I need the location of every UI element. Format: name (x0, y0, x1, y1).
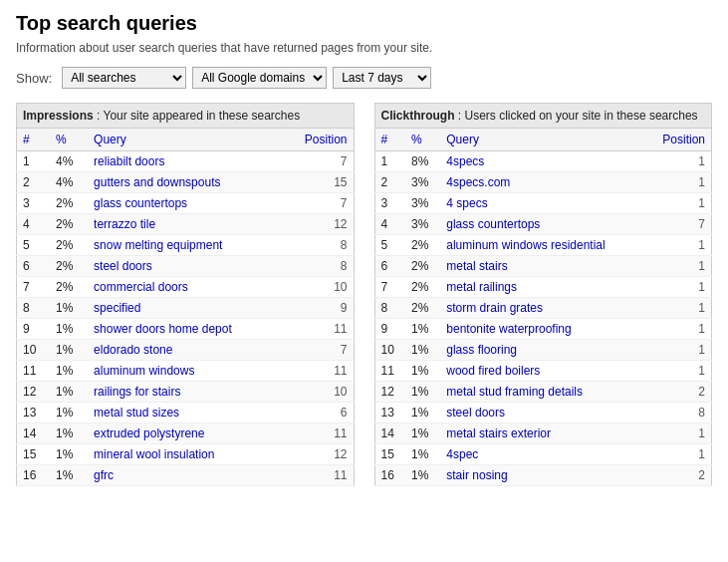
row-query[interactable]: steel doors (440, 403, 645, 423)
row-query[interactable]: metal stairs (440, 256, 645, 277)
row-query[interactable]: gfrc (88, 465, 282, 486)
row-query[interactable]: glass countertops (88, 193, 282, 214)
ct-col-query[interactable]: Query (440, 129, 645, 151)
row-query[interactable]: gutters and downspouts (88, 172, 282, 193)
row-position: 8 (282, 256, 354, 277)
query-link[interactable]: 4specs.com (446, 175, 510, 189)
query-link[interactable]: stair nosing (446, 468, 507, 482)
row-num: 1 (17, 151, 51, 172)
row-query[interactable]: 4 specs (440, 193, 645, 214)
table-row: 8 1% specified 9 (17, 298, 355, 319)
query-link[interactable]: glass countertops (94, 196, 187, 210)
query-link[interactable]: wood fired boilers (446, 364, 540, 378)
query-link[interactable]: specified (94, 301, 140, 315)
row-query[interactable]: glass countertops (440, 214, 645, 235)
row-query[interactable]: metal stud sizes (88, 403, 282, 423)
row-position: 7 (645, 214, 711, 235)
query-link[interactable]: gfrc (94, 468, 114, 482)
table-row: 9 1% shower doors home depot 11 (17, 319, 355, 340)
query-link[interactable]: shower doors home depot (94, 322, 232, 336)
row-pct: 1% (50, 382, 88, 403)
query-link[interactable]: metal stairs exterior (446, 426, 551, 440)
ct-col-pct[interactable]: % (405, 129, 440, 151)
row-query[interactable]: 4specs (440, 151, 645, 172)
table-row: 13 1% steel doors 8 (374, 403, 712, 423)
query-link[interactable]: glass countertops (446, 217, 540, 231)
row-query[interactable]: stair nosing (440, 465, 645, 486)
row-query[interactable]: 4specs.com (440, 172, 645, 193)
query-link[interactable]: commercial doors (94, 280, 188, 294)
impressions-header: Impressions : Your site appeared in thes… (16, 103, 355, 128)
table-row: 16 1% stair nosing 2 (374, 465, 712, 486)
query-link[interactable]: metal stud sizes (94, 406, 179, 420)
row-query[interactable]: terrazzo tile (88, 214, 282, 235)
query-link[interactable]: 4specs (446, 154, 484, 168)
row-num: 16 (17, 465, 51, 486)
query-link[interactable]: aluminum windows residential (446, 238, 605, 252)
imp-col-pct[interactable]: % (50, 129, 88, 151)
row-pct: 1% (50, 465, 88, 486)
row-query[interactable]: 4spec (440, 444, 645, 465)
searches-select[interactable]: All searches Organic searches Image sear… (62, 67, 186, 89)
row-query[interactable]: wood fired boilers (440, 361, 645, 382)
query-link[interactable]: bentonite waterproofing (446, 322, 571, 336)
row-query[interactable]: reliabilt doors (88, 151, 282, 172)
row-query[interactable]: glass flooring (440, 340, 645, 361)
query-link[interactable]: reliabilt doors (94, 154, 164, 168)
table-row: 4 3% glass countertops 7 (374, 214, 712, 235)
row-num: 16 (374, 465, 405, 486)
row-query[interactable]: metal railings (440, 277, 645, 298)
query-link[interactable]: extruded polystyrene (94, 426, 204, 440)
row-pct: 1% (405, 423, 440, 444)
date-select[interactable]: Last 7 days Last 30 days Last 90 days (333, 67, 431, 89)
row-query[interactable]: shower doors home depot (88, 319, 282, 340)
query-link[interactable]: 4spec (446, 447, 478, 461)
query-link[interactable]: metal stairs (446, 259, 507, 273)
query-link[interactable]: aluminum windows (94, 364, 194, 378)
query-link[interactable]: metal stud framing details (446, 385, 583, 399)
query-link[interactable]: storm drain grates (446, 301, 543, 315)
row-num: 6 (17, 256, 51, 277)
row-query[interactable]: specified (88, 298, 282, 319)
row-position: 11 (282, 465, 354, 486)
row-query[interactable]: mineral wool insulation (88, 444, 282, 465)
query-link[interactable]: gutters and downspouts (94, 175, 220, 189)
row-query[interactable]: steel doors (88, 256, 282, 277)
query-link[interactable]: steel doors (94, 259, 152, 273)
query-link[interactable]: 4 specs (446, 196, 487, 210)
table-row: 16 1% gfrc 11 (17, 465, 355, 486)
row-num: 14 (374, 423, 405, 444)
imp-col-num[interactable]: # (17, 129, 51, 151)
query-link[interactable]: terrazzo tile (94, 217, 155, 231)
row-query[interactable]: extruded polystyrene (88, 423, 282, 444)
row-query[interactable]: aluminum windows residential (440, 235, 645, 256)
row-query[interactable]: bentonite waterproofing (440, 319, 645, 340)
query-link[interactable]: railings for stairs (94, 385, 180, 399)
row-query[interactable]: commercial doors (88, 277, 282, 298)
row-query[interactable]: railings for stairs (88, 382, 282, 403)
row-query[interactable]: metal stud framing details (440, 382, 645, 403)
row-query[interactable]: aluminum windows (88, 361, 282, 382)
query-link[interactable]: eldorado stone (94, 343, 172, 357)
query-link[interactable]: snow melting equipment (94, 238, 222, 252)
imp-col-position[interactable]: Position (282, 129, 354, 151)
table-row: 6 2% metal stairs 1 (374, 256, 712, 277)
query-link[interactable]: metal railings (446, 280, 517, 294)
row-query[interactable]: eldorado stone (88, 340, 282, 361)
row-query[interactable]: metal stairs exterior (440, 423, 645, 444)
ct-col-position[interactable]: Position (645, 129, 711, 151)
query-link[interactable]: steel doors (446, 406, 505, 420)
row-num: 13 (17, 403, 51, 423)
table-row: 1 8% 4specs 1 (374, 151, 712, 172)
domain-select[interactable]: All Google domains google.com google.co.… (192, 67, 327, 89)
row-query[interactable]: snow melting equipment (88, 235, 282, 256)
ct-col-num[interactable]: # (374, 129, 405, 151)
row-pct: 2% (405, 235, 440, 256)
query-link[interactable]: mineral wool insulation (94, 447, 214, 461)
row-query[interactable]: storm drain grates (440, 298, 645, 319)
row-num: 4 (374, 214, 405, 235)
row-num: 10 (374, 340, 405, 361)
imp-col-query[interactable]: Query (88, 129, 282, 151)
row-num: 3 (374, 193, 405, 214)
query-link[interactable]: glass flooring (446, 343, 517, 357)
